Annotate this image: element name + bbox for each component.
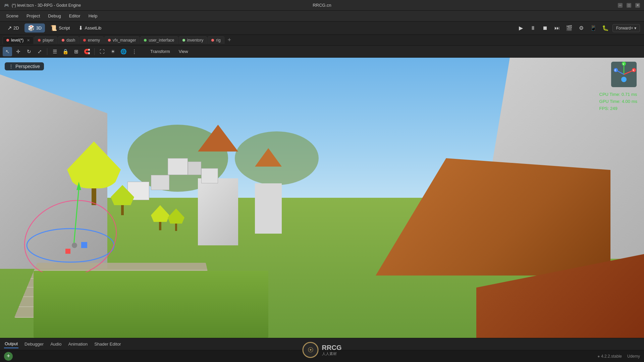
tab-dot bbox=[108, 39, 111, 42]
scale-tool[interactable]: ⤢ bbox=[35, 47, 44, 56]
list-tool[interactable]: ☰ bbox=[50, 47, 59, 56]
bottom-tab-output[interactable]: Output bbox=[4, 340, 18, 348]
transform-button[interactable]: Transform bbox=[147, 48, 173, 55]
fps-stat: FPS: 249 bbox=[599, 105, 637, 112]
grid-tool[interactable]: ⊞ bbox=[71, 47, 81, 56]
stop-button[interactable]: ⏹ bbox=[540, 23, 550, 33]
3d-icon: 🎲 bbox=[28, 25, 35, 31]
more-tool[interactable]: ⋮ bbox=[129, 47, 139, 56]
tab-user-interface[interactable]: user_interface bbox=[140, 36, 178, 44]
tab-player[interactable]: player bbox=[34, 36, 57, 44]
version-text: ● 4.2.2.stable bbox=[597, 354, 622, 359]
transform-gizmo bbox=[23, 178, 117, 272]
tower2-roof bbox=[255, 148, 282, 167]
stone-block-4 bbox=[151, 175, 169, 190]
close-button[interactable]: ✕ bbox=[635, 3, 640, 8]
forward-plus-selector[interactable]: Forward+ ▾ bbox=[612, 24, 640, 32]
tab-dot bbox=[211, 39, 214, 42]
bottom-tab-audio[interactable]: Audio bbox=[50, 340, 62, 348]
tab-close-level[interactable]: ✕ bbox=[27, 38, 30, 43]
tower-roof bbox=[198, 125, 238, 152]
separator bbox=[47, 48, 47, 55]
tree-small-3 bbox=[168, 208, 184, 231]
view-mode-group: ↗ 2D 🎲 3D 📜 Script ⬇ AssetLib bbox=[4, 23, 105, 33]
svg-text:Y: Y bbox=[623, 63, 625, 66]
debug-button[interactable]: 🐛 bbox=[600, 23, 610, 33]
minimize-button[interactable]: ─ bbox=[618, 3, 623, 8]
tree-top-s2 bbox=[151, 205, 169, 222]
rotate-tool[interactable]: ↻ bbox=[24, 47, 34, 56]
tree-small-2 bbox=[151, 205, 169, 230]
select-tool[interactable]: ↖ bbox=[3, 47, 12, 56]
titlebar: 🎮 (*) level.tscn - 3D-RPG - Godot Engine… bbox=[0, 0, 644, 11]
stone-block-1 bbox=[168, 158, 188, 175]
movie-button[interactable]: 🎬 bbox=[564, 23, 574, 33]
assetlib-button[interactable]: ⬇ AssetLib bbox=[75, 23, 105, 33]
tab-level[interactable]: level(*) ✕ bbox=[3, 36, 34, 44]
2d-button[interactable]: ↗ 2D bbox=[4, 23, 22, 33]
perf-stats: CPU Time: 0.71 ms GPU Time: 4.00 ms FPS:… bbox=[599, 91, 637, 112]
svg-rect-5 bbox=[65, 249, 70, 254]
step-button[interactable]: ⏭ bbox=[552, 23, 562, 33]
watermark-text: Udemy bbox=[627, 354, 640, 359]
run-toolbar: ▶ ⏸ ⏹ ⏭ 🎬 ⚙ 📱 🐛 Forward+ ▾ bbox=[516, 23, 640, 33]
play-button[interactable]: ▶ bbox=[516, 23, 526, 33]
scene-toolbar: ↖ ✛ ↻ ⤢ ☰ 🔒 ⊞ 🧲 ⛶ ☀ 🌐 ⋮ Transform View bbox=[0, 46, 644, 58]
3d-button[interactable]: 🎲 3D bbox=[24, 23, 45, 33]
bottom-tab-animation[interactable]: Animation bbox=[67, 340, 88, 348]
move-tool[interactable]: ✛ bbox=[13, 47, 23, 56]
settings-button[interactable]: ⚙ bbox=[576, 23, 586, 33]
green-ground bbox=[34, 271, 268, 338]
lock-tool[interactable]: 🔒 bbox=[61, 47, 70, 56]
script-icon: 📜 bbox=[50, 25, 57, 31]
assetlib-icon: ⬇ bbox=[78, 25, 83, 31]
tower-main bbox=[198, 125, 238, 245]
statusbar-right: ● 4.2.2.stable Udemy bbox=[597, 354, 640, 359]
tab-dot bbox=[182, 39, 185, 42]
add-panel-button[interactable]: + bbox=[4, 352, 13, 361]
globe-tool[interactable]: 🌐 bbox=[119, 47, 128, 56]
logo-text-group: RRCG 人人素材 bbox=[322, 344, 342, 356]
menu-editor[interactable]: Editor bbox=[66, 12, 84, 20]
bottom-tab-debugger[interactable]: Debugger bbox=[24, 340, 44, 348]
tree-top-s3 bbox=[168, 208, 184, 224]
tab-dash[interactable]: dash bbox=[58, 36, 79, 44]
tab-dot bbox=[83, 39, 86, 42]
stone-block-2 bbox=[188, 162, 201, 175]
separator bbox=[94, 48, 95, 55]
tower-secondary bbox=[255, 148, 282, 234]
menu-debug[interactable]: Debug bbox=[45, 12, 64, 20]
perspective-label[interactable]: ⋮ Perspective bbox=[5, 62, 44, 70]
window-controls: ─ □ ✕ bbox=[618, 3, 640, 8]
tab-enemy[interactable]: enemy bbox=[79, 36, 104, 44]
menu-scene[interactable]: Scene bbox=[3, 12, 22, 20]
add-tab-button[interactable]: + bbox=[225, 35, 234, 45]
app-title: (*) level.tscn - 3D-RPG - Godot Engine bbox=[12, 3, 81, 8]
svg-point-6 bbox=[72, 243, 77, 248]
tab-vfx-manager[interactable]: vfx_manager bbox=[104, 36, 140, 44]
svg-text:X: X bbox=[633, 69, 635, 72]
maximize-button[interactable]: □ bbox=[627, 3, 631, 8]
menu-help[interactable]: Help bbox=[85, 12, 101, 20]
snap-tool[interactable]: 🧲 bbox=[82, 47, 92, 56]
group-tool[interactable]: ⛶ bbox=[97, 47, 107, 56]
view-button[interactable]: View bbox=[175, 48, 192, 55]
rrcg-logo: ⦿ RRCG 人人素材 bbox=[303, 338, 342, 362]
statusbar-left: + bbox=[4, 352, 13, 361]
scene-tabs: level(*) ✕ player dash enemy vfx_manager… bbox=[0, 35, 644, 46]
tab-dot bbox=[6, 39, 9, 42]
cpu-stat: CPU Time: 0.71 ms bbox=[599, 91, 637, 98]
bottom-tab-shader-editor[interactable]: Shader Editor bbox=[94, 340, 122, 348]
deploy-button[interactable]: 📱 bbox=[588, 23, 598, 33]
tab-rig[interactable]: rig bbox=[208, 36, 224, 44]
script-button[interactable]: 📜 Script bbox=[47, 23, 73, 33]
tree-trunk-s3 bbox=[175, 224, 177, 231]
sun-tool[interactable]: ☀ bbox=[108, 47, 117, 56]
menu-project[interactable]: Project bbox=[23, 12, 43, 20]
svg-text:Z: Z bbox=[614, 69, 616, 72]
pause-button[interactable]: ⏸ bbox=[528, 23, 538, 33]
viewport[interactable]: ⋮ Perspective Y X Z CPU Time: 0.71 ms bbox=[0, 58, 644, 338]
title-left: 🎮 (*) level.tscn - 3D-RPG - Godot Engine bbox=[4, 3, 81, 8]
stone-block-3 bbox=[201, 168, 218, 183]
tab-inventory[interactable]: inventory bbox=[179, 36, 207, 44]
